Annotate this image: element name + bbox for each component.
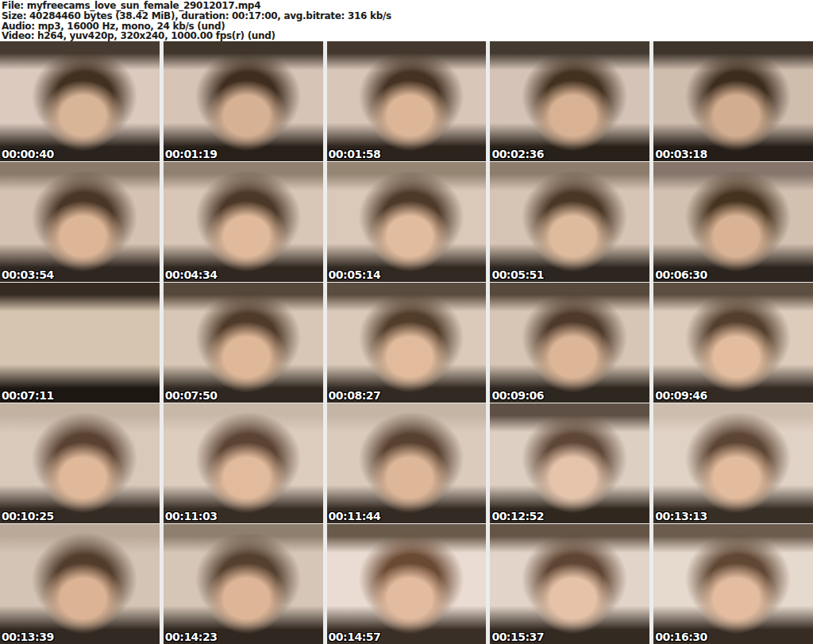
frame-timestamp: 00:09:46 [655,389,707,402]
video-frame-thumbnail: 00:04:34 [164,162,323,282]
video-frame-thumbnail: 00:03:18 [653,41,813,161]
video-frame-thumbnail: 00:05:14 [327,162,487,282]
frame-timestamp: 00:03:18 [655,148,707,160]
video-frame-thumbnail: 00:15:37 [490,524,649,644]
video-frame-thumbnail: 00:12:52 [490,403,649,523]
frame-timestamp: 00:05:51 [491,268,544,281]
frame-timestamp: 00:11:44 [329,510,381,523]
frame-timestamp: 00:07:11 [2,389,54,402]
video-frame-thumbnail: 00:16:30 [653,524,813,644]
video-frame-thumbnail: 00:03:54 [0,162,160,282]
video-frame-thumbnail: 00:05:51 [490,162,649,282]
frame-timestamp: 00:03:54 [2,268,54,281]
video-frame-thumbnail: 00:08:27 [327,283,487,403]
frame-timestamp: 00:13:13 [655,510,707,523]
video-frame-thumbnail: 00:06:30 [653,162,813,282]
frame-timestamp: 00:16:30 [655,631,707,643]
video-frame-thumbnail: 00:01:19 [164,41,323,161]
video-frame-thumbnail: 00:07:11 [0,283,160,403]
frame-timestamp: 00:05:14 [329,268,381,281]
frame-timestamp: 00:01:19 [165,148,218,160]
video-frame-thumbnail: 00:10:25 [0,403,160,523]
video-frame-thumbnail: 00:09:46 [653,283,813,403]
metadata-header: File: myfreecams_love_sun_female_2901201… [0,0,813,41]
metadata-line-file: File: myfreecams_love_sun_female_2901201… [2,1,813,11]
frame-timestamp: 00:08:27 [329,389,381,402]
frame-timestamp: 00:15:37 [491,631,544,643]
frame-timestamp: 00:06:30 [655,268,707,281]
video-frame-thumbnail: 00:00:40 [0,41,160,161]
frame-timestamp: 00:04:34 [165,268,218,281]
video-contact-sheet: File: myfreecams_love_sun_female_2901201… [0,0,813,644]
frame-timestamp: 00:07:50 [165,389,218,402]
metadata-line-video: Video: h264, yuv420p, 320x240, 1000.00 f… [2,31,813,41]
frame-timestamp: 00:00:40 [2,148,54,160]
frame-timestamp: 00:01:58 [329,148,381,160]
metadata-line-size: Size: 40284460 bytes (38.42 MiB), durati… [2,11,813,21]
video-frame-thumbnail: 00:02:36 [490,41,649,161]
video-frame-thumbnail: 00:11:44 [327,403,487,523]
frame-timestamp: 00:10:25 [2,510,54,523]
video-frame-thumbnail: 00:13:13 [653,403,813,523]
video-frame-thumbnail: 00:14:57 [327,524,487,644]
video-frame-thumbnail: 00:01:58 [327,41,487,161]
frame-timestamp: 00:13:39 [2,631,54,643]
video-frame-thumbnail: 00:09:06 [490,283,649,403]
video-frame-thumbnail: 00:13:39 [0,524,160,644]
frame-timestamp: 00:09:06 [491,389,544,402]
frame-timestamp: 00:02:36 [491,148,544,160]
video-frame-thumbnail: 00:07:50 [164,283,323,403]
frame-timestamp: 00:12:52 [491,510,544,523]
video-frame-thumbnail: 00:11:03 [164,403,323,523]
video-frame-thumbnail: 00:14:23 [164,524,323,644]
frame-timestamp: 00:14:57 [329,631,381,643]
thumbnail-grid: 00:00:4000:01:1900:01:5800:02:3600:03:18… [0,41,813,644]
frame-timestamp: 00:14:23 [165,631,218,643]
frame-timestamp: 00:11:03 [165,510,218,523]
